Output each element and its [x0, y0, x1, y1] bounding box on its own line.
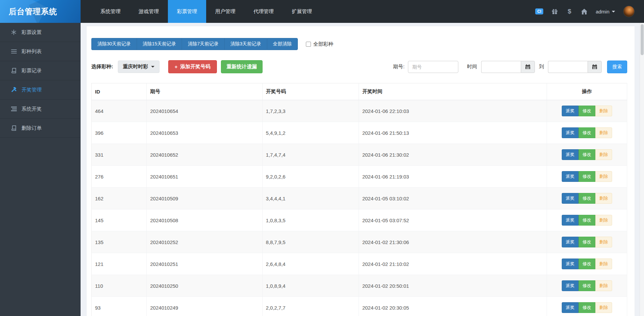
delete-button[interactable]: 删除 — [595, 193, 612, 204]
main-nav: 系统管理 游戏管理 彩票管理 用户管理 代理管理 扩展管理 — [91, 0, 321, 23]
delete-button[interactable]: 删除 — [595, 171, 612, 182]
delete-button[interactable]: 删除 — [595, 215, 612, 226]
row-action-group: 派奖 修改 删除 — [562, 215, 612, 226]
delete-button[interactable]: 删除 — [595, 259, 612, 269]
add-draw-number-button[interactable]: + 添加开奖号码 — [168, 60, 217, 73]
chevron-down-icon — [151, 66, 154, 68]
pay-button[interactable]: 派奖 — [562, 302, 579, 313]
plus-icon: + — [175, 64, 178, 70]
issue-input[interactable] — [408, 61, 458, 73]
sidebar-item-draw-management[interactable]: 开奖管理 — [0, 80, 81, 100]
cell-issue: 2024010250 — [147, 275, 263, 297]
search-button[interactable]: 搜索 — [607, 61, 627, 73]
clear-15d-button[interactable]: 清除15天前记录 — [137, 38, 182, 50]
home-icon[interactable] — [581, 8, 588, 15]
time-to-input[interactable] — [548, 61, 588, 73]
time-from-group — [481, 61, 535, 73]
calendar-icon[interactable] — [521, 61, 535, 73]
nav-tab-agent[interactable]: 代理管理 — [244, 0, 283, 23]
row-action-group: 派奖 修改 删除 — [562, 237, 612, 247]
sidebar-item-delete-orders[interactable]: 删除订单 — [0, 119, 81, 138]
issue-label: 期号: — [393, 64, 405, 70]
main-content: 清除30天前记录 清除15天前记录 清除7天前记录 清除3天前记录 全部清除 全… — [81, 23, 644, 316]
sidebar-item-lottery-types[interactable]: 彩种列表 — [0, 42, 81, 61]
row-action-group: 派奖 修改 删除 — [562, 127, 612, 138]
pay-button[interactable]: 派奖 — [562, 171, 579, 182]
sidebar-item-system-draw[interactable]: 系统开奖 — [0, 100, 81, 119]
table-row: 464 2024010654 1,7,2,3,3 2024-01-06 22:1… — [92, 100, 627, 122]
edit-button[interactable]: 修改 — [579, 171, 595, 182]
time-to-group — [548, 61, 602, 73]
clear-all-button[interactable]: 全部清除 — [267, 38, 298, 50]
edit-button[interactable]: 修改 — [579, 106, 595, 116]
delete-button[interactable]: 删除 — [595, 149, 612, 160]
nav-tab-game[interactable]: 游戏管理 — [130, 0, 168, 23]
edit-button[interactable]: 修改 — [579, 127, 595, 138]
nav-tab-extend[interactable]: 扩展管理 — [283, 0, 321, 23]
dollar-icon[interactable]: $ — [566, 8, 573, 15]
table-row: 162 2024010509 3,4,4,4,1 2024-01-05 03:1… — [92, 188, 627, 209]
recount-omission-button[interactable]: 重新统计遗漏 — [221, 60, 263, 73]
delete-button[interactable]: 删除 — [595, 302, 612, 313]
cell-numbers: 2,6,4,8,4 — [262, 253, 359, 275]
clear-3d-button[interactable]: 清除3天前记录 — [224, 38, 267, 50]
edit-button[interactable]: 修改 — [579, 280, 595, 291]
delete-button[interactable]: 删除 — [595, 106, 612, 116]
pay-button[interactable]: 派奖 — [562, 259, 579, 269]
cell-id: 145 — [92, 209, 147, 231]
app-title: 后台管理系统 — [9, 6, 57, 17]
edit-button[interactable]: 修改 — [579, 149, 595, 160]
list-icon — [11, 48, 17, 54]
lottery-select-dropdown[interactable]: 重庆时时彩 — [118, 61, 159, 73]
cell-time: 2024-01-02 20:30:05 — [359, 297, 547, 316]
delete-button[interactable]: 删除 — [595, 237, 612, 247]
cell-numbers: 3,4,4,4,1 — [262, 188, 359, 209]
chevron-down-icon — [612, 11, 615, 12]
pay-button[interactable]: 派奖 — [562, 127, 579, 138]
table-header-row: ID 期号 开奖号码 开奖时间 操作 — [92, 83, 627, 100]
edit-button[interactable]: 修改 — [579, 237, 595, 247]
avatar[interactable] — [623, 6, 635, 17]
gift-icon[interactable] — [551, 8, 558, 15]
nav-tab-system[interactable]: 系统管理 — [91, 0, 130, 23]
delete-button[interactable]: 删除 — [595, 127, 612, 138]
sidebar-item-lottery-settings[interactable]: 彩票设置 — [0, 23, 81, 42]
clear-7d-button[interactable]: 清除7天前记录 — [182, 38, 224, 50]
delete-button[interactable]: 删除 — [595, 280, 612, 291]
row-action-group: 派奖 修改 删除 — [562, 171, 612, 182]
cell-issue: 2024010252 — [147, 231, 263, 253]
pay-button[interactable]: 派奖 — [562, 280, 579, 291]
nav-tab-user[interactable]: 用户管理 — [206, 0, 244, 23]
all-lottery-checkbox[interactable] — [306, 42, 311, 47]
vertical-scrollbar[interactable] — [640, 23, 644, 316]
sidebar-item-lottery-records[interactable]: 彩票记录 — [0, 61, 81, 80]
ci-badge-icon[interactable]: CI — [535, 8, 543, 14]
app-logo: 后台管理系统 — [0, 0, 81, 23]
cell-numbers: 8,8,7,9,5 — [262, 231, 359, 253]
cell-issue: 2024010251 — [147, 253, 263, 275]
edit-button[interactable]: 修改 — [579, 259, 595, 269]
scrollbar-thumb[interactable] — [641, 24, 644, 55]
pay-button[interactable]: 派奖 — [562, 237, 579, 247]
sidebar-item-label: 删除订单 — [21, 125, 42, 131]
clear-30d-button[interactable]: 清除30天前记录 — [91, 38, 137, 50]
edit-button[interactable]: 修改 — [579, 215, 595, 226]
nav-tab-lottery[interactable]: 彩票管理 — [168, 0, 206, 23]
cell-numbers: 1,7,4,7,4 — [262, 144, 359, 166]
pay-button[interactable]: 派奖 — [562, 149, 579, 160]
cell-time: 2024-01-02 20:50:01 — [359, 275, 547, 297]
pay-button[interactable]: 派奖 — [562, 215, 579, 226]
table-row: 331 2024010652 1,7,4,7,4 2024-01-06 21:3… — [92, 144, 627, 166]
cell-id: 396 — [92, 122, 147, 144]
user-menu[interactable]: admin — [596, 9, 615, 14]
time-from-input[interactable] — [481, 61, 521, 73]
calendar-icon[interactable] — [588, 61, 602, 73]
content-panel: 清除30天前记录 清除15天前记录 清除7天前记录 清除3天前记录 全部清除 全… — [87, 26, 635, 316]
cell-numbers: 2,0,2,7,7 — [262, 297, 359, 316]
pay-button[interactable]: 派奖 — [562, 106, 579, 116]
edit-button[interactable]: 修改 — [579, 193, 595, 204]
edit-button[interactable]: 修改 — [579, 302, 595, 313]
pay-button[interactable]: 派奖 — [562, 193, 579, 204]
sidebar-item-label: 彩种列表 — [21, 48, 42, 55]
cell-actions: 派奖 修改 删除 — [547, 144, 627, 166]
